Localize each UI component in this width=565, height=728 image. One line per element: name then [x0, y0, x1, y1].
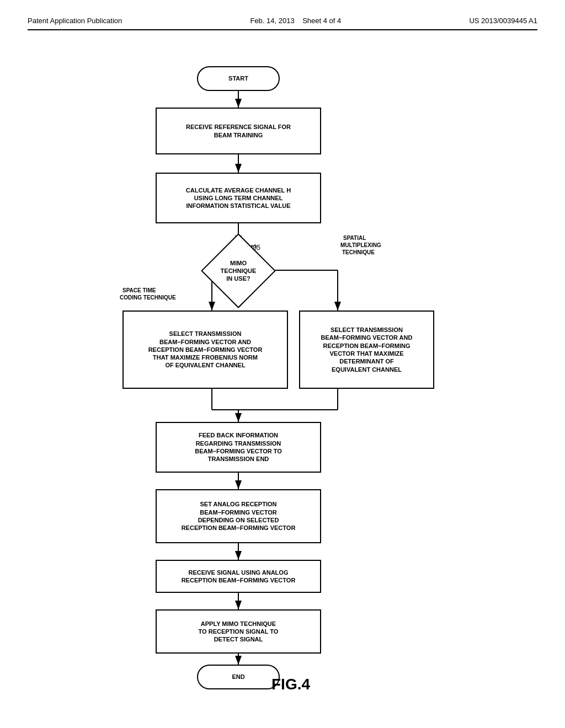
node-417-label: APPLY MIMO TECHNIQUE TO RECEPTION SIGNAL…	[199, 620, 279, 644]
end-label: END	[232, 673, 244, 681]
svg-text:CODING TECHNIQUE: CODING TECHNIQUE	[120, 295, 176, 301]
node-413-label: SET ANALOG RECEPTION BEAM−FORMING VECTOR…	[182, 500, 296, 532]
node-415: RECEIVE SIGNAL USING ANALOG RECEPTION BE…	[156, 560, 321, 593]
end-node: END	[197, 665, 280, 689]
node-411-label: FEED BACK INFORMATION REGARDING TRANSMIS…	[195, 431, 282, 463]
start-label: START	[228, 74, 248, 82]
start-node: START	[197, 66, 280, 91]
node-401: RECEIVE REFERENCE SIGNAL FOR BEAM TRAINI…	[156, 108, 321, 154]
page-header: Patent Application Publication Feb. 14, …	[28, 17, 537, 30]
node-413: SET ANALOG RECEPTION BEAM−FORMING VECTOR…	[156, 489, 321, 543]
node-401-label: RECEIVE REFERENCE SIGNAL FOR BEAM TRAINI…	[186, 123, 291, 139]
header-right: US 2013/0039445 A1	[469, 17, 537, 25]
page: Patent Application Publication Feb. 14, …	[0, 0, 565, 728]
svg-text:MULTIPLEXING: MULTIPLEXING	[340, 242, 381, 248]
header-center: Feb. 14, 2013 Sheet 4 of 4	[250, 17, 341, 25]
figure-label: FIG.4	[271, 676, 310, 693]
node-407: SELECT TRANSMISSION BEAM−FORMING VECTOR …	[122, 311, 288, 389]
svg-text:SPATIAL: SPATIAL	[343, 235, 366, 241]
node-409: SELECT TRANSMISSION BEAM−FORMING VECTOR …	[299, 311, 434, 389]
node-403-label: CALCULATE AVERAGE CHANNEL H USING LONG T…	[186, 186, 291, 210]
header-left: Patent Application Publication	[28, 17, 122, 25]
flowchart: 405 SPATIAL MULTIPLEXING TECHNIQUE SPACE…	[89, 41, 476, 676]
svg-text:TECHNIQUE: TECHNIQUE	[342, 249, 375, 255]
node-411: FEED BACK INFORMATION REGARDING TRANSMIS…	[156, 422, 321, 473]
svg-text:SPACE TIME: SPACE TIME	[122, 287, 156, 293]
node-405-label: MIMO TECHNIQUE IN USE?	[194, 249, 282, 293]
node-407-label: SELECT TRANSMISSION BEAM−FORMING VECTOR …	[148, 330, 263, 369]
node-417: APPLY MIMO TECHNIQUE TO RECEPTION SIGNAL…	[156, 609, 321, 654]
node-415-label: RECEIVE SIGNAL USING ANALOG RECEPTION BE…	[182, 569, 296, 585]
node-409-label: SELECT TRANSMISSION BEAM−FORMING VECTOR …	[321, 326, 413, 373]
node-403: CALCULATE AVERAGE CHANNEL H USING LONG T…	[156, 173, 321, 223]
